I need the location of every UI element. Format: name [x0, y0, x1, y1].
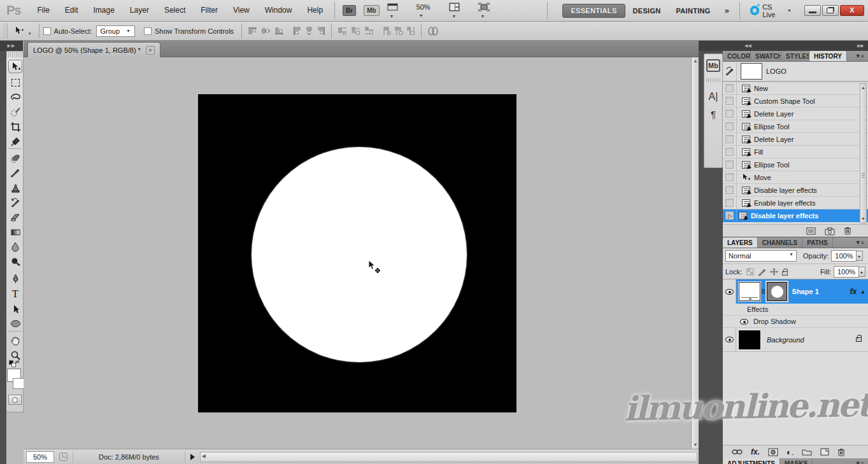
view-extras-button[interactable]: ▼: [387, 2, 406, 19]
layer-row-shape1[interactable]: 8 Shape 1 fx ▲: [723, 279, 868, 304]
history-snapshot-row[interactable]: LOGO: [723, 62, 868, 82]
tools-panel-grip[interactable]: [6, 51, 24, 57]
white-circle-shape[interactable]: [252, 147, 467, 362]
tool-clone-stamp[interactable]: [8, 181, 22, 195]
panel-menu-icon[interactable]: ▼≡: [855, 51, 868, 61]
menu-window[interactable]: Window: [257, 0, 300, 21]
tab-adjustments[interactable]: ADJUSTMENTS: [723, 458, 780, 464]
tool-lasso[interactable]: [8, 90, 22, 104]
history-state[interactable]: Delete Layer: [723, 108, 868, 120]
status-preview-icon[interactable]: [59, 453, 68, 461]
tool-gradient[interactable]: [8, 225, 22, 239]
move-tool-preset[interactable]: ▾: [14, 26, 31, 36]
lock-position-icon[interactable]: [770, 268, 778, 276]
menu-filter[interactable]: Filter: [193, 0, 225, 21]
zoom-level-button[interactable]: 50% ▼: [416, 3, 438, 18]
tool-path-selection[interactable]: [8, 302, 22, 316]
status-flyout-icon[interactable]: [190, 454, 195, 460]
default-colors-icon[interactable]: ⇄: [9, 360, 19, 368]
mini-bridge-panel-button[interactable]: Mb: [706, 59, 720, 72]
history-state[interactable]: Move: [723, 171, 868, 184]
workspace-design[interactable]: DESIGN: [625, 4, 669, 17]
layer-row-background[interactable]: Background: [723, 328, 868, 352]
document-tab[interactable]: LOGO @ 50% (Shape 1, RGB/8) * ×: [27, 42, 160, 57]
workspace-painting[interactable]: PAINTING: [669, 4, 718, 17]
options-grip[interactable]: [3, 24, 8, 39]
visibility-toggle[interactable]: [723, 328, 736, 351]
opacity-field[interactable]: 100%: [831, 250, 857, 262]
tab-color[interactable]: COLOR: [723, 51, 751, 61]
layer-effects-fx-badge[interactable]: fx: [850, 287, 857, 296]
tool-eyedropper[interactable]: [8, 135, 22, 148]
menu-layer[interactable]: Layer: [122, 0, 157, 21]
tool-quick-selection[interactable]: [8, 105, 22, 118]
new-adjustment-layer-icon[interactable]: ◐.: [786, 447, 793, 457]
lock-all-icon[interactable]: [782, 271, 788, 276]
canvas-pasteboard[interactable]: [24, 57, 691, 449]
tab-paths[interactable]: PATHS: [802, 237, 832, 248]
history-state[interactable]: Custom Shape Tool: [723, 95, 868, 108]
new-group-folder-icon[interactable]: [802, 448, 812, 456]
fill-spinner-icon[interactable]: ▸: [859, 267, 865, 277]
fill-field[interactable]: 100%: [834, 266, 859, 278]
minimize-button[interactable]: [804, 5, 821, 16]
tab-masks[interactable]: MASKS: [780, 458, 813, 464]
history-state[interactable]: Disable layer effects: [723, 184, 868, 197]
screen-mode-button[interactable]: ▼: [478, 2, 497, 18]
tab-styles[interactable]: STYLES: [781, 51, 809, 61]
menu-help[interactable]: Help: [299, 0, 331, 21]
blend-mode-dropdown[interactable]: Normal ▼: [725, 250, 797, 262]
tools-collapse-button[interactable]: ▶▶: [0, 41, 23, 51]
tool-history-brush[interactable]: [8, 196, 22, 209]
vector-mask-thumbnail[interactable]: [767, 282, 787, 301]
align-top-edges-icon[interactable]: [248, 27, 257, 35]
panel-menu-icon[interactable]: ▼≡: [855, 237, 868, 248]
scrollbar-thumb[interactable]: [862, 173, 865, 178]
auto-select-checkbox[interactable]: [43, 27, 51, 35]
tool-move[interactable]: [8, 60, 22, 73]
tool-ellipse-shape[interactable]: [8, 317, 22, 330]
menu-edit[interactable]: Edit: [57, 0, 86, 21]
shape-layer-thumbnail[interactable]: [739, 282, 760, 301]
align-right-edges-icon[interactable]: [317, 26, 325, 36]
layer-name[interactable]: Background: [767, 336, 804, 344]
tool-eraser[interactable]: [8, 211, 22, 224]
align-vertical-centers-icon[interactable]: [261, 27, 271, 35]
background-color-swatch[interactable]: [13, 378, 24, 389]
history-scrollbar[interactable]: ▲ ▼: [860, 83, 867, 223]
menu-file[interactable]: File: [29, 0, 57, 21]
history-state[interactable]: Enable layer effects: [723, 197, 868, 209]
show-transform-controls-checkbox[interactable]: [144, 27, 152, 35]
document-canvas[interactable]: [198, 94, 516, 412]
tool-hand[interactable]: [8, 334, 22, 348]
arrange-documents-button[interactable]: ▼: [449, 2, 467, 18]
tool-spot-healing-brush[interactable]: [8, 151, 22, 165]
cs-live-button[interactable]: CS Live ▼: [750, 3, 792, 18]
tab-swatches[interactable]: SWATCH: [751, 51, 781, 61]
collapse-effects-icon[interactable]: ▲: [860, 289, 865, 295]
distribute-left-edges-icon[interactable]: [383, 26, 391, 36]
scroll-down-icon[interactable]: ▼: [860, 215, 866, 223]
add-layer-style-icon[interactable]: fx.: [751, 447, 760, 456]
history-state-selected[interactable]: ▷Disable layer effects: [723, 209, 868, 222]
tool-pen[interactable]: [8, 272, 22, 285]
new-layer-icon[interactable]: [820, 448, 829, 456]
delete-state-trash-icon[interactable]: [844, 227, 851, 235]
history-state[interactable]: Delete Layer: [723, 133, 868, 146]
scroll-left-icon[interactable]: ◀: [202, 453, 206, 459]
effects-row[interactable]: Effects: [723, 304, 868, 316]
swap-colors-icon[interactable]: ⇄: [15, 359, 20, 365]
menu-select[interactable]: Select: [157, 0, 193, 21]
restore-button[interactable]: [822, 5, 839, 16]
tool-dodge[interactable]: [8, 255, 22, 269]
lock-pixels-brush-icon[interactable]: [758, 268, 766, 276]
tool-blur[interactable]: [8, 240, 22, 253]
menu-image[interactable]: Image: [86, 0, 122, 21]
tool-crop[interactable]: [8, 120, 22, 134]
auto-select-target-dropdown[interactable]: Group ▼: [96, 25, 136, 37]
close-button[interactable]: X: [840, 5, 864, 16]
lock-transparency-icon[interactable]: [746, 268, 754, 276]
visibility-toggle[interactable]: [723, 279, 736, 304]
history-source-well[interactable]: [723, 62, 737, 81]
auto-align-layers-icon[interactable]: [427, 27, 439, 36]
